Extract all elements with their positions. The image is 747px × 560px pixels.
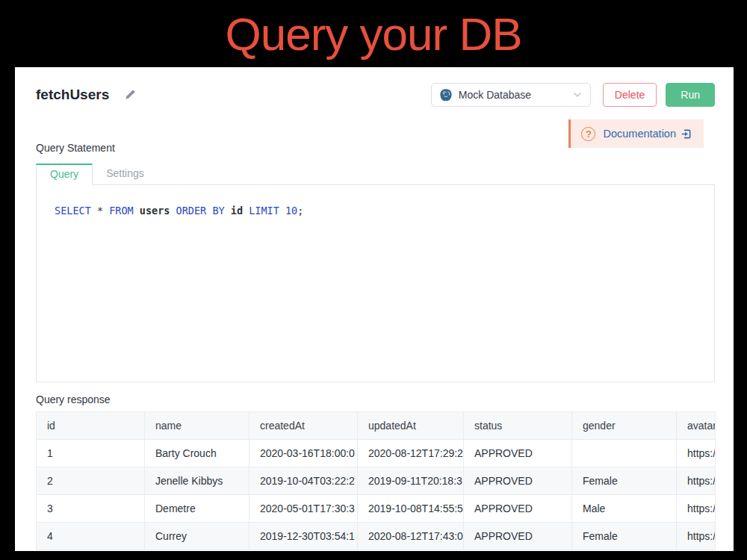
code-token: SELECT bbox=[55, 205, 91, 217]
header-actions: Mock Database Delete Run bbox=[431, 83, 715, 107]
response-table-wrap: idnamecreatedAtupdatedAtstatusgenderavat… bbox=[36, 411, 716, 550]
table-cell: Female bbox=[572, 467, 677, 495]
table-cell: 4 bbox=[37, 523, 145, 550]
table-cell: https:// bbox=[677, 523, 716, 550]
code-token bbox=[134, 205, 140, 217]
external-link-icon bbox=[681, 128, 692, 140]
column-header-avatar: avatar bbox=[677, 412, 716, 440]
database-select[interactable]: Mock Database bbox=[431, 83, 591, 107]
query-panel: fetchUsers Mock Database bbox=[15, 67, 734, 551]
tab-query[interactable]: Query bbox=[36, 164, 93, 185]
database-select-value: Mock Database bbox=[459, 89, 531, 101]
table-cell: 2020-05-01T17:30:3 bbox=[249, 495, 358, 523]
table-cell: 2020-03-16T18:00:0 bbox=[249, 440, 358, 467]
code-token: FROM bbox=[109, 205, 134, 217]
table-row[interactable]: 1Barty Crouch2020-03-16T18:00:02020-08-1… bbox=[37, 440, 716, 467]
table-cell: 2020-08-12T17:29:2 bbox=[358, 440, 464, 467]
table-cell: Currey bbox=[145, 523, 249, 550]
run-button[interactable]: Run bbox=[666, 83, 715, 107]
question-circle-icon: ? bbox=[581, 127, 595, 141]
table-header-row: idnamecreatedAtupdatedAtstatusgenderavat… bbox=[37, 412, 716, 440]
table-cell: APPROVED bbox=[464, 495, 572, 523]
response-table: idnamecreatedAtupdatedAtstatusgenderavat… bbox=[36, 411, 716, 550]
table-cell: Barty Crouch bbox=[145, 440, 249, 467]
table-cell: https:// bbox=[677, 440, 716, 467]
code-token bbox=[225, 205, 231, 217]
table-cell: Female bbox=[572, 523, 677, 550]
editor-tabs: QuerySettings bbox=[36, 163, 715, 185]
code-token: * bbox=[91, 205, 109, 217]
column-header-gender: gender bbox=[572, 412, 677, 440]
column-header-updatedAt: updatedAt bbox=[358, 412, 464, 440]
chevron-down-icon bbox=[572, 90, 583, 100]
table-cell: APPROVED bbox=[464, 523, 572, 550]
column-header-name: name bbox=[145, 412, 249, 440]
query-title-wrap: fetchUsers bbox=[36, 87, 136, 103]
column-header-status: status bbox=[464, 412, 572, 440]
column-header-createdAt: createdAt bbox=[249, 412, 358, 440]
code-token: LIMIT bbox=[249, 205, 279, 217]
table-cell: 2019-12-30T03:54:1 bbox=[249, 523, 358, 550]
code-token: users bbox=[140, 205, 170, 217]
table-cell: 3 bbox=[37, 495, 145, 523]
panel-header: fetchUsers Mock Database bbox=[36, 83, 715, 107]
query-name: fetchUsers bbox=[36, 87, 109, 103]
postgresql-icon bbox=[439, 88, 453, 102]
table-cell: https:// bbox=[677, 467, 716, 495]
page-title: Query your DB bbox=[0, 0, 747, 67]
code-token: ORDER BY bbox=[176, 205, 225, 217]
table-row[interactable]: 2Jenelle Kibbys2019-10-04T03:22:22019-09… bbox=[37, 467, 716, 495]
query-response-label: Query response bbox=[36, 393, 715, 405]
table-cell: 2019-10-08T14:55:5 bbox=[358, 495, 464, 523]
code-token bbox=[279, 205, 285, 217]
code-token: ; bbox=[297, 205, 303, 217]
table-cell bbox=[572, 440, 677, 467]
table-cell: 2020-08-12T17:43:0 bbox=[358, 523, 464, 550]
table-cell: Jenelle Kibbys bbox=[145, 467, 249, 495]
code-token: id bbox=[231, 205, 243, 217]
table-cell: APPROVED bbox=[464, 440, 572, 467]
table-cell: Demetre bbox=[145, 495, 249, 523]
tab-settings[interactable]: Settings bbox=[93, 164, 158, 185]
table-row[interactable]: 4Currey2019-12-30T03:54:12020-08-12T17:4… bbox=[37, 523, 716, 550]
code-token bbox=[170, 205, 176, 217]
column-header-id: id bbox=[37, 412, 145, 440]
table-cell: 2019-09-11T20:18:3 bbox=[358, 467, 464, 495]
table-cell: https:// bbox=[677, 495, 716, 523]
code-editor[interactable]: SELECT * FROM users ORDER BY id LIMIT 10… bbox=[36, 185, 715, 382]
documentation-banner[interactable]: ? Documentation bbox=[568, 119, 704, 148]
delete-button[interactable]: Delete bbox=[603, 83, 657, 107]
table-row[interactable]: 3Demetre2020-05-01T17:30:32019-10-08T14:… bbox=[37, 495, 716, 523]
table-cell: Male bbox=[572, 495, 677, 523]
documentation-link[interactable]: Documentation bbox=[603, 128, 676, 140]
sql-code-line[interactable]: SELECT * FROM users ORDER BY id LIMIT 10… bbox=[55, 205, 714, 217]
code-token bbox=[243, 205, 249, 217]
table-cell: 2 bbox=[37, 467, 145, 495]
table-cell: 2019-10-04T03:22:2 bbox=[249, 467, 358, 495]
code-token: 10 bbox=[285, 205, 297, 217]
table-cell: APPROVED bbox=[464, 467, 572, 495]
table-cell: 1 bbox=[37, 440, 145, 467]
edit-pencil-icon[interactable] bbox=[124, 89, 136, 101]
